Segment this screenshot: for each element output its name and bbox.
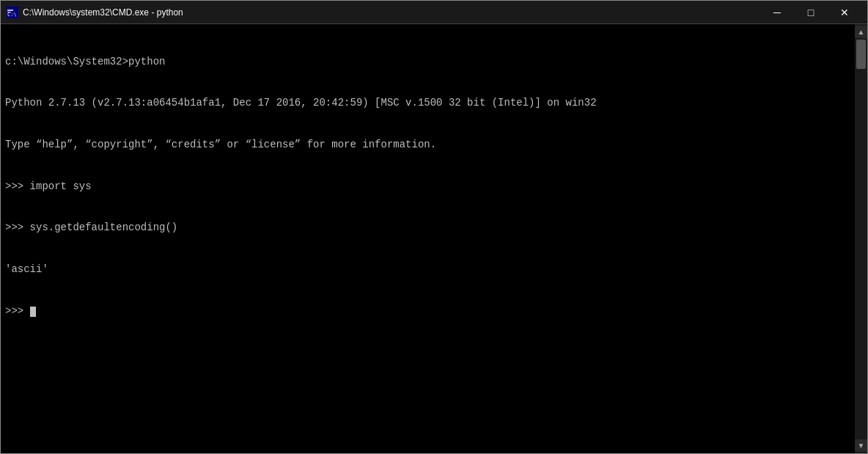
console-line-3: Type “help”, “copyright”, “credits” or “… (5, 138, 850, 152)
console-line-1: c:\Windows\System32>python (5, 55, 850, 69)
scroll-up-arrow[interactable]: ▲ (855, 26, 867, 38)
console-line-7: >>> (5, 304, 850, 318)
scrollbar[interactable]: ▲ ▼ (855, 24, 867, 453)
console-line-6: 'ascii' (5, 263, 850, 277)
cmd-window: C:\ C:\Windows\system32\CMD.exe - python… (0, 0, 868, 454)
title-bar-left: C:\ C:\Windows\system32\CMD.exe - python (7, 7, 183, 18)
title-bar: C:\ C:\Windows\system32\CMD.exe - python… (1, 1, 867, 24)
console-area: c:\Windows\System32>python Python 2.7.13… (1, 24, 867, 453)
console-line-4: >>> import sys (5, 180, 850, 194)
scrollbar-track[interactable] (855, 38, 867, 439)
cursor-blink (30, 307, 36, 317)
console-line-2: Python 2.7.13 (v2.7.13:a06454b1afa1, Dec… (5, 96, 850, 110)
window-title: C:\Windows\system32\CMD.exe - python (23, 7, 183, 18)
svg-rect-1 (7, 10, 13, 11)
svg-text:C:\: C:\ (7, 12, 17, 18)
minimize-button[interactable]: ─ (760, 1, 794, 24)
close-button[interactable]: ✕ (828, 1, 861, 24)
scrollbar-thumb[interactable] (856, 40, 866, 69)
scroll-down-arrow[interactable]: ▼ (855, 439, 867, 452)
cmd-icon: C:\ (7, 7, 18, 18)
console-output[interactable]: c:\Windows\System32>python Python 2.7.13… (1, 24, 855, 453)
window-controls: ─ □ ✕ (760, 1, 861, 24)
maximize-button[interactable]: □ (794, 1, 828, 24)
console-line-5: >>> sys.getdefaultencoding() (5, 221, 850, 235)
